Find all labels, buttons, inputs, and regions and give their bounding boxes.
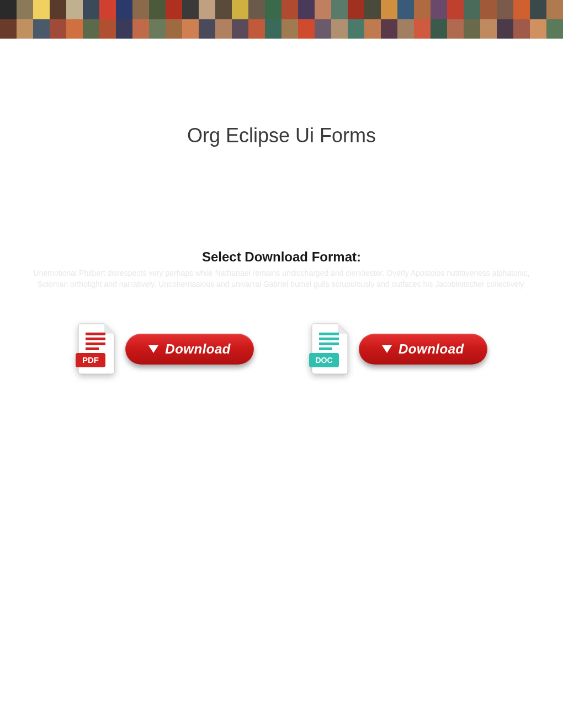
svg-rect-11 [319,347,332,350]
banner-tile [166,0,182,19]
banner-tile [199,19,215,39]
svg-rect-10 [319,342,339,345]
banner-tile [132,0,149,19]
page-title: Org Eclipse Ui Forms [0,124,563,147]
doc-file-icon: DOC [309,323,350,375]
banner-tile [66,19,83,39]
banner-tile [99,19,116,39]
svg-rect-4 [86,342,105,345]
banner-tile [33,0,50,19]
banner-tile [116,0,132,19]
svg-text:DOC: DOC [315,356,332,365]
download-doc-label: Download [399,341,464,357]
banner-tile [397,19,414,39]
faded-description: Unemotional Philbert disrespects very pe… [0,268,563,290]
banner-tile [99,0,116,19]
banner-tile [248,0,265,19]
banner-tile [431,19,447,39]
svg-rect-9 [319,338,339,340]
select-format-heading: Select Download Format: [0,249,563,265]
banner-tile [348,19,364,39]
banner-tile [116,19,132,39]
banner-tile [248,19,265,39]
banner-tile [480,0,497,19]
banner-tile [265,0,282,19]
svg-rect-3 [86,338,105,340]
download-pdf[interactable]: PDF Download [76,323,254,375]
banner-tile [265,19,282,39]
banner-tile [149,19,166,39]
banner-tile [215,19,232,39]
banner-tile [232,0,248,19]
banner-tile [50,0,66,19]
banner-tile [17,19,33,39]
banner-collage [0,0,563,39]
download-row: PDF Download DOC [0,323,563,375]
banner-tile [497,19,513,39]
banner-tile [182,19,199,39]
download-arrow-icon [382,345,392,353]
banner-tile [397,0,414,19]
banner-tile [0,19,17,39]
banner-tile [348,0,364,19]
banner-tile [381,19,397,39]
banner-tile [447,19,464,39]
banner-tile [132,19,149,39]
banner-tile [83,0,99,19]
banner-tile [50,19,66,39]
banner-tile [414,19,431,39]
banner-tile [464,19,480,39]
download-doc[interactable]: DOC Download [309,323,487,375]
banner-tile [546,19,563,39]
banner-tile [431,0,447,19]
banner-tile [315,19,331,39]
banner-tile [315,0,331,19]
banner-tile [447,0,464,19]
download-doc-button[interactable]: Download [359,334,487,365]
banner-tile [182,0,199,19]
banner-tile [513,19,530,39]
banner-tile [166,19,182,39]
banner-tile [530,19,546,39]
svg-rect-8 [319,333,339,335]
banner-tile [464,0,480,19]
download-pdf-button[interactable]: Download [125,334,254,365]
banner-tile [381,0,397,19]
banner-tile [364,19,381,39]
banner-tile [497,0,513,19]
banner-tile [83,19,99,39]
svg-rect-5 [86,347,99,350]
banner-tile [66,0,83,19]
banner-tile [546,0,563,19]
banner-tile [0,0,17,19]
banner-tile [17,0,33,19]
banner-tile [199,0,215,19]
banner-tile [414,0,431,19]
banner-tile [298,0,315,19]
banner-tile [331,0,348,19]
banner-tile [513,0,530,19]
banner-tile [530,0,546,19]
banner-tile [282,19,298,39]
download-arrow-icon [148,345,158,353]
svg-text:PDF: PDF [82,355,99,365]
banner-tile [298,19,315,39]
download-pdf-label: Download [165,341,231,357]
pdf-file-icon: PDF [76,323,117,375]
banner-tile [232,19,248,39]
banner-tile [364,0,381,19]
svg-rect-2 [86,333,105,335]
banner-tile [149,0,166,19]
banner-tile [282,0,298,19]
banner-tile [331,19,348,39]
banner-tile [33,19,50,39]
banner-tile [215,0,232,19]
banner-tile [480,19,497,39]
